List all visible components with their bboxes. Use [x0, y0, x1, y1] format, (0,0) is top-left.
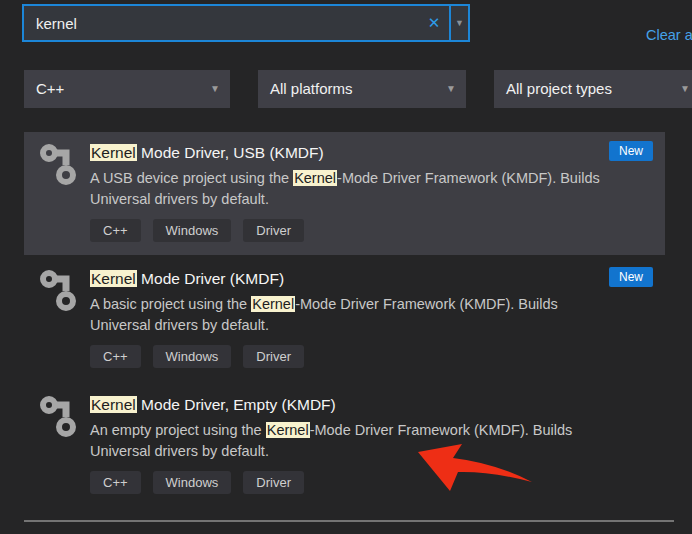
chevron-down-icon: ▼ — [446, 70, 456, 108]
chevron-down-icon: ▼ — [680, 70, 690, 108]
language-filter-dropdown[interactable]: C++ ▼ — [24, 70, 230, 108]
new-badge: New — [609, 141, 653, 161]
platform-filter-dropdown[interactable]: All platforms ▼ — [258, 70, 466, 108]
tag-list: C++ Windows Driver — [90, 471, 653, 494]
tag-chip: Driver — [243, 471, 304, 494]
search-history-dropdown-icon[interactable]: ▼ — [451, 6, 468, 40]
template-results-list: Kernel Mode Driver, USB (KMDF) A USB dev… — [0, 132, 692, 510]
tag-chip: Windows — [153, 219, 232, 242]
tag-list: C++ Windows Driver — [90, 219, 653, 242]
template-card-kmdf-usb[interactable]: Kernel Mode Driver, USB (KMDF) A USB dev… — [24, 132, 665, 255]
template-title: Kernel Mode Driver, USB (KMDF) — [90, 142, 653, 164]
new-badge: New — [609, 267, 653, 287]
new-project-dialog: { "search": { "value": "kernel", "placeh… — [0, 0, 692, 534]
tag-chip: Driver — [243, 219, 304, 242]
search-input[interactable] — [24, 6, 419, 40]
tag-chip: C++ — [90, 345, 141, 368]
search-box: ✕ ▼ — [22, 4, 470, 42]
chevron-down-icon: ▼ — [210, 70, 220, 108]
search-match-highlight: Kernel — [90, 396, 137, 413]
platform-filter-value: All platforms — [270, 80, 353, 97]
tag-chip: C++ — [90, 471, 141, 494]
horizontal-divider — [24, 520, 674, 522]
clear-all-link[interactable]: Clear all — [646, 27, 692, 43]
driver-icon — [36, 394, 84, 442]
search-match-highlight: Kernel — [293, 170, 337, 186]
tag-list: C++ Windows Driver — [90, 345, 653, 368]
search-match-highlight: Kernel — [266, 422, 310, 438]
search-match-highlight: Kernel — [251, 296, 295, 312]
clear-search-icon[interactable]: ✕ — [419, 6, 449, 40]
template-description: A basic project using the Kernel-Mode Dr… — [90, 294, 653, 336]
driver-icon — [36, 142, 84, 190]
template-title: Kernel Mode Driver (KMDF) — [90, 268, 653, 290]
template-description: A USB device project using the Kernel-Mo… — [90, 168, 653, 210]
search-match-highlight: Kernel — [90, 270, 137, 287]
tag-chip: Windows — [153, 345, 232, 368]
tag-chip: Windows — [153, 471, 232, 494]
tag-chip: Driver — [243, 345, 304, 368]
template-description: An empty project using the Kernel-Mode D… — [90, 420, 653, 462]
project-type-filter-dropdown[interactable]: All project types ▼ — [494, 70, 692, 108]
project-type-filter-value: All project types — [506, 80, 612, 97]
template-card-kmdf[interactable]: Kernel Mode Driver (KMDF) A basic projec… — [24, 258, 665, 381]
template-title: Kernel Mode Driver, Empty (KMDF) — [90, 394, 653, 416]
tag-chip: C++ — [90, 219, 141, 242]
search-match-highlight: Kernel — [90, 144, 137, 161]
driver-icon — [36, 268, 84, 316]
template-card-kmdf-empty[interactable]: Kernel Mode Driver, Empty (KMDF) An empt… — [24, 384, 665, 507]
language-filter-value: C++ — [36, 80, 64, 97]
